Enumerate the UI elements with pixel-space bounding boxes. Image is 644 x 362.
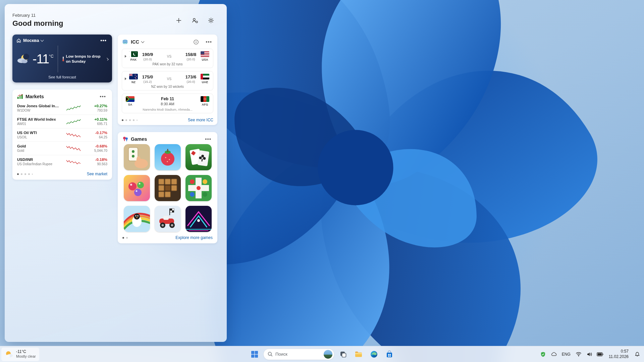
games-grid: [122, 144, 213, 232]
sparkline-down-icon: [66, 159, 81, 165]
icc-widget: ICC ••• PAK: [118, 35, 217, 125]
thermometer-icon: [62, 55, 64, 63]
game-tile-wood-blocks[interactable]: [155, 175, 181, 201]
taskbar-weather-condition: Mostly clear: [16, 354, 36, 359]
market-row[interactable]: USD/INRUS Dollar/Indian Rupee -0.18%90.5…: [17, 155, 107, 168]
weather-location[interactable]: Москва: [23, 38, 39, 43]
widgets-header: February 11 Good morning: [12, 13, 219, 28]
game-tile-kart[interactable]: [155, 206, 181, 232]
games-pagination[interactable]: [122, 237, 175, 239]
tray-onedrive-icon[interactable]: [549, 348, 558, 361]
add-widget-button[interactable]: [174, 15, 184, 25]
store-icon: [385, 350, 393, 358]
markets-more-button[interactable]: •••: [98, 95, 107, 99]
taskbar-search[interactable]: [263, 349, 334, 360]
widgets-settings-button[interactable]: [206, 15, 216, 25]
markets-widget: Markets ••• Dow Jones Global IndexW1DOW …: [12, 89, 112, 180]
search-daily-image[interactable]: [324, 350, 332, 359]
sparkline-down-icon: [66, 132, 81, 138]
games-widget: Games •••: [118, 132, 217, 243]
tray-antivirus-icon[interactable]: [538, 348, 548, 361]
sparkline-up-icon: [66, 105, 81, 112]
usa-flag-icon: [201, 51, 209, 57]
widgets-date: February 11: [12, 13, 63, 18]
nz-flag-icon: [129, 74, 138, 79]
desktop: February 11 Good morning: [0, 0, 644, 362]
start-button[interactable]: [248, 348, 261, 361]
profile-settings-button[interactable]: [190, 15, 200, 25]
taskbar-weather-temp: -11°C: [16, 349, 36, 354]
weather-unit: °C: [49, 54, 53, 59]
game-tile-gummy[interactable]: [124, 175, 150, 201]
match-result: PAK won by 32 runs: [125, 62, 210, 66]
weather-alert[interactable]: Low temps to drop on Sunday: [62, 54, 108, 64]
games-more-button[interactable]: •••: [204, 137, 213, 141]
volume-icon[interactable]: [585, 348, 594, 361]
pak-flag-icon: [129, 51, 138, 57]
market-row[interactable]: US Oil WTIUSOIL -0.17%64.25: [17, 128, 107, 141]
file-explorer-button[interactable]: [352, 348, 365, 361]
explore-more-games-link[interactable]: Explore more games: [175, 235, 213, 240]
icc-match-row[interactable]: NZ 175/0 (15.2) VS 173/6 (20.0): [122, 71, 213, 90]
uae-flag-icon: [201, 74, 209, 79]
icc-logo-icon: [122, 39, 128, 45]
edge-browser-button[interactable]: [367, 348, 381, 361]
sa-flag-icon: [126, 96, 135, 102]
game-tile-fruit-match[interactable]: [155, 144, 181, 170]
sparkline-down-icon: [66, 145, 81, 152]
taskbar-clock[interactable]: 0:57 11.02.2026: [606, 348, 631, 361]
expand-match-icon[interactable]: [125, 55, 126, 58]
icc-match-row[interactable]: SA Feb 11 8:30 AM AFG: [122, 94, 213, 113]
markets-pagination[interactable]: [17, 173, 87, 175]
games-icon: [122, 136, 128, 142]
markets-title: Markets: [25, 94, 44, 99]
market-row[interactable]: Dow Jones Global IndexW1DOW +0.27%793.59: [17, 102, 107, 115]
task-view-button[interactable]: [336, 348, 350, 361]
game-tile-neon-rider[interactable]: [185, 206, 212, 232]
games-title: Games: [131, 136, 147, 142]
taskbar-date: 11.02.2026: [609, 354, 629, 360]
weather-widget[interactable]: Москва •••: [12, 35, 112, 82]
see-full-forecast-link[interactable]: See full forecast: [16, 75, 108, 80]
icc-match-row[interactable]: PAK 190/9 (20.0) VS 158/8 (20.0): [122, 49, 213, 68]
widgets-greeting: Good morning: [12, 19, 63, 28]
market-row[interactable]: FTSE All World IndexAW01 +0.11%695.71: [17, 115, 107, 128]
game-tile-mahjong[interactable]: [124, 144, 150, 170]
icc-more-button[interactable]: •••: [204, 40, 213, 44]
see-more-icc-link[interactable]: See more ICC: [188, 118, 213, 122]
match-venue: Narendra Modi Stadium, Ahmeda...: [125, 108, 210, 111]
game-tile-penguin-rainbow[interactable]: [124, 206, 150, 232]
wifi-icon[interactable]: [574, 348, 583, 361]
sparkline-up-icon: [66, 118, 81, 125]
battery-icon[interactable]: [595, 348, 605, 361]
weather-sun-cloud-icon: [5, 350, 13, 359]
search-icon: [268, 352, 273, 357]
search-input[interactable]: [275, 352, 321, 357]
language-indicator[interactable]: ENG: [560, 348, 573, 361]
taskbar-time: 0:57: [621, 349, 629, 354]
game-tile-ludo[interactable]: [185, 175, 212, 201]
notification-bell-icon[interactable]: [633, 348, 642, 361]
icc-title: ICC: [131, 39, 139, 45]
weather-more-button[interactable]: •••: [99, 39, 108, 43]
see-market-link[interactable]: See market: [87, 172, 107, 176]
windows-logo-icon: [251, 350, 259, 358]
night-cloudy-icon: [16, 53, 30, 65]
markets-icon: [17, 94, 23, 100]
widgets-panel: February 11 Good morning: [5, 4, 227, 342]
afg-flag-icon: [201, 96, 209, 102]
icc-pagination[interactable]: [122, 119, 188, 121]
expand-match-icon[interactable]: [125, 77, 126, 80]
market-row[interactable]: GoldGold -0.68%5,044.70: [17, 141, 107, 155]
game-tile-solitaire[interactable]: [185, 144, 212, 170]
location-chevron-down-icon[interactable]: [41, 38, 44, 42]
weather-alert-chevron-icon[interactable]: [106, 58, 109, 61]
taskbar-weather-button[interactable]: -11°C Mostly clear: [1, 348, 39, 361]
taskbar: -11°C Mostly clear: [0, 346, 644, 362]
match-result: NZ won by 10 wickets: [125, 85, 210, 88]
task-view-icon: [339, 351, 347, 358]
icc-chevron-down-icon[interactable]: [141, 40, 145, 43]
info-icon[interactable]: [194, 40, 199, 45]
microsoft-store-button[interactable]: [383, 348, 396, 361]
home-icon: [16, 38, 21, 43]
